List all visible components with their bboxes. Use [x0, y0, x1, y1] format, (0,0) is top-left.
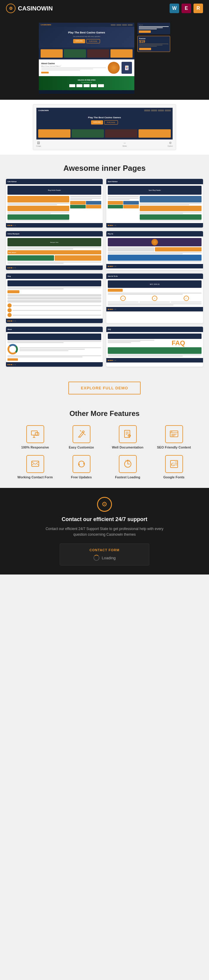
inner-pages-title: Awesome inner Pages	[6, 164, 203, 173]
pt-footer-4	[106, 264, 203, 269]
explore-section: EXPLORE FULL DEMO	[0, 375, 209, 401]
feature-label-responsive: 100% Responsive	[21, 445, 49, 449]
svg-point-5	[82, 431, 84, 433]
explore-full-demo-button[interactable]: EXPLORE FULL DEMO	[69, 382, 140, 395]
wf-ann-option-label: Option	[168, 145, 173, 147]
feature-label-loading: Fastest Loading	[115, 476, 140, 479]
page-thumb-play-us: Play Us	[106, 231, 203, 270]
pt-body-2: Sport Blog Header	[106, 184, 203, 223]
wf-ann-option: ⚙ Option	[168, 141, 173, 147]
pt-title-6: Join Us To Us	[108, 275, 118, 277]
feature-label-docs: Well Documentation	[112, 445, 144, 449]
pt-title-5: Blog	[8, 275, 11, 277]
hero-section: CASINOWIN Play The Best Casino Games Get…	[0, 17, 209, 100]
logo[interactable]: ⚙ CASINOWIN	[6, 3, 53, 13]
extra-icon-btn[interactable]: R	[193, 3, 203, 13]
features-title: Other More Features	[6, 409, 203, 418]
wf-card-1	[38, 129, 70, 138]
logo-icon: ⚙	[6, 3, 16, 13]
logo-symbol: ⚙	[9, 6, 13, 11]
feature-label-google-fonts: Google Fonts	[163, 476, 185, 479]
premium-card: Premium $19	[137, 36, 170, 52]
header: ⚙ CASINOWIN W E R	[0, 0, 209, 17]
wf-ann-slider: ↔ Slider	[123, 141, 127, 147]
pt-header-5: Blog	[6, 274, 103, 279]
feature-label-contact-form: Working Contact Form	[17, 476, 53, 479]
pt-body-3: Blackjack Table Daily Jackpot	[6, 237, 103, 266]
page-thumb-blog: Blog	[6, 274, 103, 323]
wf-hero-title: Play The Best Casino Games	[40, 116, 169, 119]
contact-form-icon	[26, 455, 44, 473]
seo-icon	[165, 425, 183, 443]
page-thumb-faq: FAQ FAQ	[106, 327, 203, 367]
feature-item-loading: Fastest Loading	[107, 455, 148, 479]
pt-header-1: Cafe Advisor	[6, 179, 103, 184]
feature-item-docs: Well Documentation	[107, 425, 148, 449]
loading-spinner	[93, 555, 99, 561]
wf-logo: CASINOWIN	[38, 110, 49, 111]
svg-line-6	[80, 430, 81, 431]
wf-ann-image-left: 🖼 Image	[36, 141, 41, 147]
feature-label-updates: Free Updates	[71, 476, 92, 479]
svg-rect-19	[32, 461, 39, 466]
wf-card-2	[72, 129, 104, 138]
pt-title-4: Play Us	[108, 233, 113, 235]
svg-line-7	[84, 434, 85, 435]
pt-body-5	[6, 279, 103, 318]
ptf-dots-5	[8, 320, 16, 321]
ptf-dots-4	[108, 266, 116, 267]
features-grid: 100% Responsive Easy Customize	[15, 425, 194, 479]
page-thumb-sport-advisor: Sport Advisor Sport Blog Header	[106, 179, 203, 228]
documentation-icon	[119, 425, 137, 443]
pt-footer-1	[6, 223, 103, 228]
feature-item-google-fonts: G Google Fonts	[154, 455, 194, 479]
mock-btn2[interactable]: PURCHASE	[86, 39, 100, 43]
wf-hero: Play The Best Casino Games EXPLORE PURCH…	[37, 113, 172, 127]
pt-header-7: About	[6, 327, 103, 332]
pt-title-7: About	[8, 328, 12, 330]
svg-text:G: G	[171, 462, 175, 467]
svg-line-21	[37, 464, 39, 465]
ptf-dots-3	[8, 267, 16, 269]
ptf-dots-8	[108, 360, 116, 361]
feature-item-seo: SEO Friendly Content	[154, 425, 194, 449]
footer-logo-icon: ⚙	[97, 497, 112, 512]
pt-title-2: Sport Advisor	[108, 181, 118, 183]
feature-item-updates: Free Updates	[61, 455, 102, 479]
pt-title-8: FAQ	[108, 328, 111, 330]
features-section: Other More Features 100% Responsive	[0, 401, 209, 488]
fastest-loading-icon	[119, 455, 137, 473]
main-screenshot: CASINOWIN Play The Best Casino Games Get…	[39, 23, 134, 94]
svg-rect-8	[124, 430, 130, 438]
google-fonts-icon: G	[165, 455, 183, 473]
pt-footer-5	[6, 318, 103, 323]
pt-header-4: Play Us	[106, 231, 203, 237]
mock-btn1[interactable]: EXPLORE	[73, 39, 85, 43]
wireframe-container: CASINOWIN Play The Best Casino Games EXP…	[33, 104, 176, 150]
loading-indicator: Loading	[64, 555, 145, 561]
svg-line-20	[32, 464, 34, 465]
wordpress-icon-btn[interactable]: W	[169, 3, 179, 13]
mock-hero-sub: Get professional help with every questio…	[43, 35, 130, 37]
feature-label-customize: Easy Customize	[69, 445, 94, 449]
wf-explore-btn[interactable]: EXPLORE	[91, 120, 103, 124]
ptf-dots-6	[108, 309, 116, 310]
contact-form-box: Contact Form Loading	[60, 543, 149, 566]
wf-purchase-btn[interactable]: PURCHASE	[104, 120, 118, 124]
inner-pages-section: Awesome inner Pages Cafe Advisor Blog Ar…	[0, 155, 209, 375]
regular-label: Regular	[139, 24, 169, 26]
regular-card: Regular	[137, 23, 170, 34]
page-thumb-join-us: Join Us To Us WHY JOIN US ✓ ✓	[106, 274, 203, 323]
page-thumb-about: About	[6, 327, 103, 367]
loading-text: Loading	[102, 556, 116, 560]
pt-header-6: Join Us To Us	[106, 274, 203, 279]
wf-card-4	[139, 129, 171, 138]
elementor-icon-btn[interactable]: E	[182, 3, 191, 13]
customize-icon	[73, 425, 91, 443]
wireframe-section: CASINOWIN Play The Best Casino Games EXP…	[0, 100, 209, 155]
wf-btn-row: EXPLORE PURCHASE	[40, 120, 169, 124]
pt-header-8: FAQ	[106, 327, 203, 332]
free-updates-icon	[73, 455, 91, 473]
ptf-dots-7	[8, 364, 16, 365]
premium-price: $19	[139, 40, 168, 44]
